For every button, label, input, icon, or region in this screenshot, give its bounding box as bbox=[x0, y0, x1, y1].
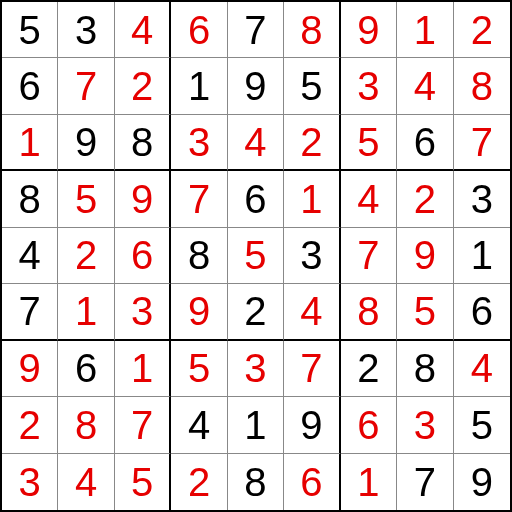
cell-r8-c9[interactable]: 5 bbox=[454, 397, 510, 453]
cell-r5-c6[interactable]: 3 bbox=[284, 228, 340, 284]
cell-r6-c9[interactable]: 6 bbox=[454, 284, 510, 340]
cell-r1-c5[interactable]: 7 bbox=[228, 2, 284, 58]
cell-r5-c7[interactable]: 7 bbox=[341, 228, 397, 284]
cell-r3-c8[interactable]: 6 bbox=[397, 115, 453, 171]
cell-r4-c2[interactable]: 5 bbox=[58, 171, 114, 227]
cell-r2-c7[interactable]: 3 bbox=[341, 58, 397, 114]
cell-r3-c2[interactable]: 9 bbox=[58, 115, 114, 171]
cell-r1-c1[interactable]: 5 bbox=[2, 2, 58, 58]
cell-r7-c5[interactable]: 3 bbox=[228, 341, 284, 397]
cell-r5-c5[interactable]: 5 bbox=[228, 228, 284, 284]
cell-r9-c3[interactable]: 5 bbox=[115, 454, 171, 510]
cell-r9-c4[interactable]: 2 bbox=[171, 454, 227, 510]
cell-r4-c4[interactable]: 7 bbox=[171, 171, 227, 227]
cell-r2-c8[interactable]: 4 bbox=[397, 58, 453, 114]
cell-r8-c5[interactable]: 1 bbox=[228, 397, 284, 453]
cell-r1-c8[interactable]: 1 bbox=[397, 2, 453, 58]
cell-r4-c5[interactable]: 6 bbox=[228, 171, 284, 227]
cell-r5-c1[interactable]: 4 bbox=[2, 228, 58, 284]
cell-r4-c3[interactable]: 9 bbox=[115, 171, 171, 227]
cell-r7-c3[interactable]: 1 bbox=[115, 341, 171, 397]
cell-r9-c1[interactable]: 3 bbox=[2, 454, 58, 510]
cell-r5-c3[interactable]: 6 bbox=[115, 228, 171, 284]
cell-r5-c9[interactable]: 1 bbox=[454, 228, 510, 284]
cell-r9-c9[interactable]: 9 bbox=[454, 454, 510, 510]
cell-r8-c3[interactable]: 7 bbox=[115, 397, 171, 453]
cell-r7-c2[interactable]: 6 bbox=[58, 341, 114, 397]
cell-r2-c3[interactable]: 2 bbox=[115, 58, 171, 114]
cell-r4-c7[interactable]: 4 bbox=[341, 171, 397, 227]
cell-r1-c4[interactable]: 6 bbox=[171, 2, 227, 58]
cell-r8-c1[interactable]: 2 bbox=[2, 397, 58, 453]
sudoku-grid: 5346789126721953481983425678597614234268… bbox=[0, 0, 512, 512]
cell-r9-c2[interactable]: 4 bbox=[58, 454, 114, 510]
cell-r3-c3[interactable]: 8 bbox=[115, 115, 171, 171]
cell-r1-c2[interactable]: 3 bbox=[58, 2, 114, 58]
cell-r6-c2[interactable]: 1 bbox=[58, 284, 114, 340]
cell-r3-c7[interactable]: 5 bbox=[341, 115, 397, 171]
cell-r1-c7[interactable]: 9 bbox=[341, 2, 397, 58]
cell-r7-c9[interactable]: 4 bbox=[454, 341, 510, 397]
cell-r1-c3[interactable]: 4 bbox=[115, 2, 171, 58]
cell-r2-c5[interactable]: 9 bbox=[228, 58, 284, 114]
cell-r5-c8[interactable]: 9 bbox=[397, 228, 453, 284]
cell-r8-c4[interactable]: 4 bbox=[171, 397, 227, 453]
cell-r9-c6[interactable]: 6 bbox=[284, 454, 340, 510]
cell-r2-c4[interactable]: 1 bbox=[171, 58, 227, 114]
cell-r3-c5[interactable]: 4 bbox=[228, 115, 284, 171]
cell-r1-c6[interactable]: 8 bbox=[284, 2, 340, 58]
cell-r6-c7[interactable]: 8 bbox=[341, 284, 397, 340]
cell-r6-c5[interactable]: 2 bbox=[228, 284, 284, 340]
cell-r7-c4[interactable]: 5 bbox=[171, 341, 227, 397]
cell-r5-c4[interactable]: 8 bbox=[171, 228, 227, 284]
cell-r3-c6[interactable]: 2 bbox=[284, 115, 340, 171]
cell-r6-c4[interactable]: 9 bbox=[171, 284, 227, 340]
cell-r7-c8[interactable]: 8 bbox=[397, 341, 453, 397]
cell-r9-c5[interactable]: 8 bbox=[228, 454, 284, 510]
cell-r4-c6[interactable]: 1 bbox=[284, 171, 340, 227]
cell-r2-c2[interactable]: 7 bbox=[58, 58, 114, 114]
cell-r6-c3[interactable]: 3 bbox=[115, 284, 171, 340]
cell-r5-c2[interactable]: 2 bbox=[58, 228, 114, 284]
cell-r9-c7[interactable]: 1 bbox=[341, 454, 397, 510]
cell-r2-c1[interactable]: 6 bbox=[2, 58, 58, 114]
cell-r7-c6[interactable]: 7 bbox=[284, 341, 340, 397]
cell-r4-c9[interactable]: 3 bbox=[454, 171, 510, 227]
cell-r6-c8[interactable]: 5 bbox=[397, 284, 453, 340]
cell-r6-c6[interactable]: 4 bbox=[284, 284, 340, 340]
cell-r8-c7[interactable]: 6 bbox=[341, 397, 397, 453]
cell-r8-c2[interactable]: 8 bbox=[58, 397, 114, 453]
cell-r8-c8[interactable]: 3 bbox=[397, 397, 453, 453]
cell-r6-c1[interactable]: 7 bbox=[2, 284, 58, 340]
cell-r1-c9[interactable]: 2 bbox=[454, 2, 510, 58]
cell-r2-c6[interactable]: 5 bbox=[284, 58, 340, 114]
cell-r4-c8[interactable]: 2 bbox=[397, 171, 453, 227]
cell-r7-c1[interactable]: 9 bbox=[2, 341, 58, 397]
cell-r4-c1[interactable]: 8 bbox=[2, 171, 58, 227]
cell-r2-c9[interactable]: 8 bbox=[454, 58, 510, 114]
cell-r3-c4[interactable]: 3 bbox=[171, 115, 227, 171]
cell-r9-c8[interactable]: 7 bbox=[397, 454, 453, 510]
cell-r7-c7[interactable]: 2 bbox=[341, 341, 397, 397]
cell-r3-c1[interactable]: 1 bbox=[2, 115, 58, 171]
cell-r3-c9[interactable]: 7 bbox=[454, 115, 510, 171]
cell-r8-c6[interactable]: 9 bbox=[284, 397, 340, 453]
